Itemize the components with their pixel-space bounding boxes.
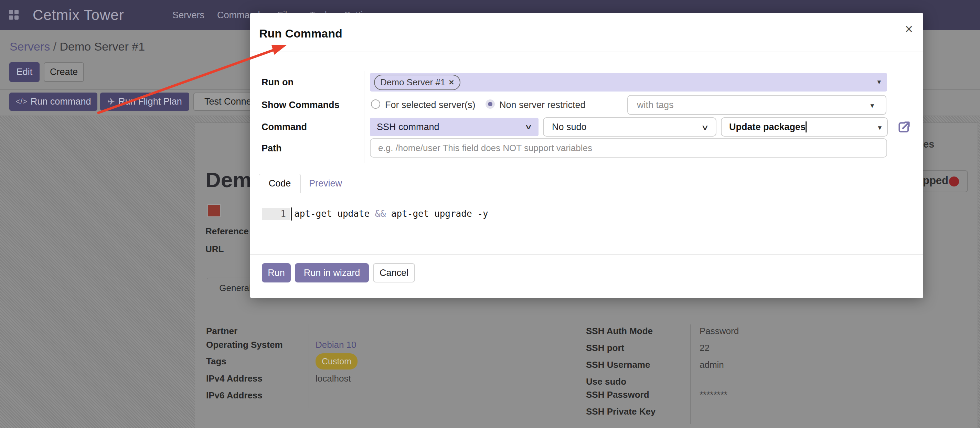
chevron-down-icon: ∨ — [524, 123, 533, 131]
os-value-link[interactable]: Debian 10 — [315, 340, 356, 350]
footer-divider — [250, 254, 923, 255]
editor-code-line[interactable]: apt-get update && apt-get upgrade -y — [294, 208, 488, 219]
run-flight-plan-button[interactable]: ✈ Run Flight Plan — [100, 92, 189, 111]
show-commands-label: Show Commands — [261, 100, 340, 110]
ssh-auth-mode-value: Password — [700, 326, 739, 336]
caret-down-icon: ▾ — [870, 102, 874, 110]
run-button[interactable]: Run — [262, 263, 291, 282]
color-swatch[interactable] — [207, 204, 221, 217]
run-command-button[interactable]: </> Run command — [9, 92, 97, 111]
tabstrip-line — [195, 298, 978, 298]
label-column-separator — [364, 71, 364, 163]
radio-non-server-restricted-label[interactable]: Non server restricted — [499, 100, 585, 110]
ssh-username-value: admin — [700, 360, 724, 370]
tab-preview[interactable]: Preview — [301, 174, 350, 193]
ipv4-value: localhost — [315, 373, 351, 384]
caret-down-icon[interactable]: ▾ — [877, 78, 881, 86]
command-type-value: SSH command — [377, 122, 439, 132]
command-name-input[interactable]: Update packages ▾ — [721, 117, 888, 137]
command-label: Command — [261, 122, 307, 132]
run-in-wizard-button[interactable]: Run in wizard — [295, 263, 369, 282]
tag-custom[interactable]: Custom — [315, 353, 358, 369]
reference-label: Reference — [205, 226, 249, 237]
dialog-header-divider — [250, 52, 923, 52]
use-sudo-label: Use sudo — [586, 376, 626, 387]
ssh-port-label: SSH port — [586, 343, 624, 353]
code-icon: </> — [16, 97, 27, 106]
run-command-label: Run command — [30, 96, 91, 107]
ipv4-label: IPv4 Address — [206, 373, 262, 384]
radio-for-selected-servers-label[interactable]: For selected server(s) — [385, 100, 476, 110]
ssh-port-value: 22 — [700, 343, 710, 353]
group-separator — [309, 325, 309, 408]
partner-label: Partner — [206, 326, 237, 336]
external-link-icon[interactable] — [896, 120, 912, 135]
stat-button-partial[interactable]: es — [923, 138, 934, 150]
stat-box-border — [923, 154, 978, 154]
radio-non-server-restricted[interactable] — [485, 99, 495, 109]
path-label: Path — [261, 143, 282, 154]
breadcrumb-servers-link[interactable]: Servers — [10, 40, 50, 53]
text-cursor — [805, 121, 807, 132]
path-input[interactable]: e.g. /home/user This field does NOT supp… — [370, 138, 887, 158]
tags-label: Tags — [206, 356, 226, 367]
tags-select-placeholder: with tags — [637, 100, 674, 110]
ipv6-label: IPv6 Address — [206, 390, 262, 401]
edit-button[interactable]: Edit — [9, 62, 40, 82]
close-icon[interactable]: × — [905, 22, 913, 36]
os-label: Operating System — [206, 340, 283, 350]
status-dot-icon — [949, 177, 959, 186]
ssh-private-key-label: SSH Private Key — [586, 406, 655, 417]
breadcrumb: Servers / Demo Server #1 — [10, 40, 145, 53]
chevron-down-icon: ∨ — [701, 123, 709, 131]
editor-line-number: 1 — [262, 208, 290, 220]
ssh-auth-mode-label: SSH Auth Mode — [586, 326, 653, 336]
server-tag[interactable]: Demo Server #1 × — [374, 75, 460, 90]
apps-menu-icon[interactable] — [9, 10, 19, 20]
nav-servers[interactable]: Servers — [172, 10, 204, 21]
run-on-label: Run on — [261, 77, 294, 88]
sudo-value: No sudo — [552, 122, 587, 132]
tags-select[interactable]: with tags ▾ — [627, 95, 886, 115]
server-tag-label: Demo Server #1 — [380, 77, 445, 88]
run-flight-plan-label: Run Flight Plan — [118, 96, 182, 107]
brand-title[interactable]: Cetmix Tower — [33, 0, 124, 30]
tab-strip-line — [259, 193, 911, 193]
tag-remove-icon[interactable]: × — [449, 77, 454, 88]
url-label: URL — [205, 244, 224, 255]
dialog-title: Run Command — [259, 27, 342, 40]
sudo-select[interactable]: No sudo ∨ — [543, 117, 716, 137]
command-name-value: Update packages — [729, 122, 805, 132]
screen: Cetmix Tower Servers Commands Files Tool… — [0, 0, 980, 428]
command-type-select[interactable]: SSH command ∨ — [370, 118, 539, 136]
tab-code[interactable]: Code — [259, 174, 301, 193]
ssh-password-value: ******** — [700, 390, 727, 400]
radio-for-selected-servers[interactable] — [371, 99, 380, 109]
run-on-field[interactable]: Demo Server #1 × ▾ — [370, 73, 887, 92]
group-separator — [690, 325, 690, 424]
breadcrumb-current: Demo Server #1 — [60, 40, 145, 53]
editor-cursor — [291, 207, 292, 221]
create-button[interactable]: Create — [44, 62, 84, 82]
status-label-partial: pped — [923, 175, 948, 187]
plane-icon: ✈ — [107, 96, 115, 107]
ssh-password-label: SSH Password — [586, 390, 649, 400]
ssh-username-label: SSH Username — [586, 360, 650, 370]
path-placeholder: e.g. /home/user This field does NOT supp… — [378, 143, 592, 153]
run-command-dialog: Run Command × Run on Demo Server #1 × ▾ … — [250, 13, 923, 298]
caret-down-icon: ▾ — [878, 124, 881, 132]
cancel-button[interactable]: Cancel — [373, 263, 415, 282]
